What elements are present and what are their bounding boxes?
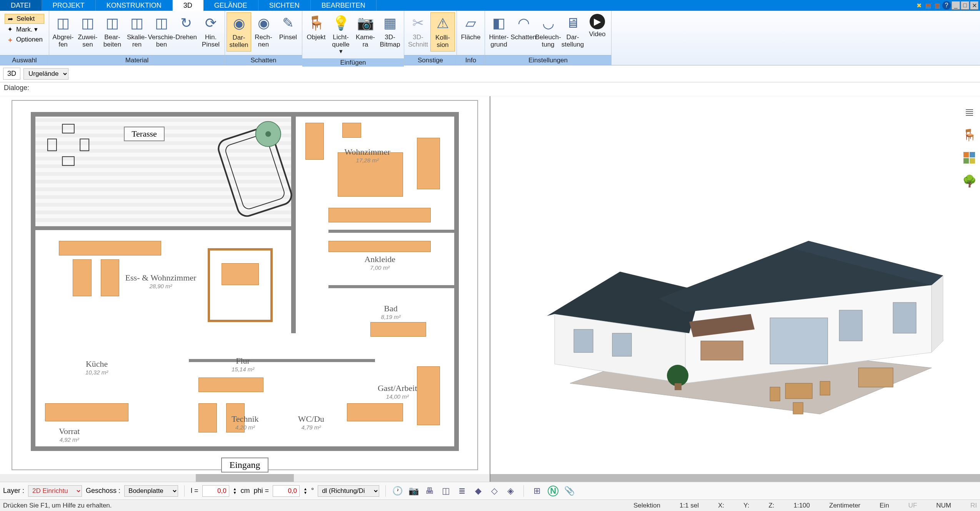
materials-icon[interactable] bbox=[962, 150, 977, 165]
layers-icon[interactable]: ≣ bbox=[962, 104, 977, 119]
group-label-sonstige: Sonstige bbox=[404, 55, 457, 65]
status-ri: RI bbox=[970, 502, 977, 509]
window-close[interactable]: ✕ bbox=[970, 1, 978, 10]
einfuegen-1-button[interactable]: 💡Licht-quelle ▾ bbox=[328, 12, 353, 57]
svg-rect-17 bbox=[770, 318, 828, 364]
scrollbar-3d-horizontal[interactable] bbox=[490, 474, 980, 482]
room-label-wc-du: WC/Du4,79 m² bbox=[298, 414, 324, 431]
einstellungen-1-button[interactable]: ◠Schatten bbox=[511, 12, 536, 51]
svg-rect-23 bbox=[675, 383, 682, 390]
toolbox1-icon[interactable]: ▤ bbox=[924, 1, 932, 10]
status-ratio: 1:1 sel bbox=[680, 502, 699, 509]
menu-tab-gelaende[interactable]: GELÄNDE bbox=[203, 0, 258, 11]
clip-icon[interactable]: 📎 bbox=[564, 486, 575, 496]
menu-tab-file[interactable]: DATEI bbox=[0, 0, 42, 11]
material-4-button[interactable]: ◫Verschie-ben bbox=[149, 12, 174, 51]
info-0-button[interactable]: ▱Fläche bbox=[458, 12, 483, 51]
room-label-wohnzimmer: Wohnzimmer17,28 m² bbox=[345, 147, 390, 164]
settings-icon[interactable]: ✖ bbox=[915, 1, 923, 10]
status-num: NUM bbox=[936, 502, 951, 509]
mark-button[interactable]: ✦Mark. ▾ bbox=[5, 25, 44, 34]
menu-tab-sichten[interactable]: SICHTEN bbox=[258, 0, 311, 11]
menu-tab-3d[interactable]: 3D bbox=[173, 0, 203, 11]
svg-rect-19 bbox=[893, 302, 916, 333]
layer-select[interactable]: 2D Einrichtu bbox=[28, 485, 82, 497]
layer-label: Layer : bbox=[3, 487, 24, 495]
group-label-info: Info bbox=[457, 55, 485, 65]
menu-tab-projekt[interactable]: PROJEKT bbox=[42, 0, 96, 11]
help-icon[interactable]: ? bbox=[942, 1, 951, 10]
svg-rect-28 bbox=[858, 368, 893, 387]
clock-icon[interactable]: 🕐 bbox=[392, 486, 403, 496]
shape2-icon[interactable]: ◇ bbox=[489, 486, 500, 496]
shape3-icon[interactable]: ◈ bbox=[505, 486, 516, 496]
group-label-einstellungen: Einstellungen bbox=[485, 55, 611, 65]
furniture-icon[interactable]: 🪑 bbox=[962, 127, 977, 142]
einstellungen-3-button[interactable]: 🖥Dar-stellung bbox=[560, 12, 585, 51]
status-unit: Zentimeter bbox=[829, 502, 860, 509]
length-input[interactable] bbox=[202, 485, 229, 497]
material-5-button[interactable]: ↻Drehen bbox=[174, 12, 198, 51]
einstellungen-4-button[interactable]: ▶Video bbox=[585, 12, 610, 48]
grid-icon[interactable]: ⊞ bbox=[532, 486, 542, 496]
ribbon-icon: ▦ bbox=[381, 14, 399, 32]
material-3-button[interactable]: ◫Skalie-ren bbox=[125, 12, 149, 51]
material-2-button[interactable]: ◫Bear-beiten bbox=[100, 12, 125, 51]
geschoss-select[interactable]: Bodenplatte bbox=[124, 485, 178, 497]
scrollbar-2d-horizontal[interactable] bbox=[0, 474, 490, 482]
einstellungen-0-button[interactable]: ◧Hinter-grund bbox=[487, 12, 511, 51]
floorplan-canvas[interactable]: Terasse Wohnzimmer17,28 m²Ess- & Wohnzim… bbox=[12, 100, 478, 470]
ribbon-icon: ◡ bbox=[539, 14, 557, 32]
view-mode-label: 3D bbox=[3, 68, 20, 80]
plants-icon[interactable]: 🌳 bbox=[962, 173, 977, 189]
status-y: Y: bbox=[743, 502, 749, 509]
ribbon-label: Hin.Pinsel bbox=[202, 34, 220, 49]
window-minimize[interactable]: _ bbox=[952, 1, 960, 10]
select-button[interactable]: ➦Selekt bbox=[5, 14, 44, 24]
menu-tab-bearbeiten[interactable]: BEARBEITEN bbox=[311, 0, 377, 11]
svg-rect-16 bbox=[612, 333, 632, 356]
view-3d-pane[interactable]: ≣ 🪑 🌳 bbox=[490, 96, 980, 482]
einfuegen-0-button[interactable]: 🪑Objekt bbox=[304, 12, 328, 51]
toolbox2-icon[interactable]: ▥ bbox=[933, 1, 942, 10]
window-maximize[interactable]: □ bbox=[961, 1, 969, 10]
ribbon-label: 3D-Schnitt bbox=[408, 34, 428, 49]
material-6-button[interactable]: ⟳Hin.Pinsel bbox=[198, 12, 223, 51]
sonstige-0-button[interactable]: ✂3D-Schnitt bbox=[406, 12, 430, 51]
schatten-1-button[interactable]: ◉Rech-nen bbox=[251, 12, 276, 51]
einfuegen-2-button[interactable]: 📷Kame-ra bbox=[353, 12, 378, 51]
length-up-down[interactable]: ▲▼ bbox=[233, 487, 237, 495]
direction-select[interactable]: dl (Richtung/Di bbox=[318, 485, 379, 497]
plus-icon: ＋ bbox=[6, 36, 14, 43]
phi-up-down[interactable]: ▲▼ bbox=[303, 487, 307, 495]
schatten-2-button[interactable]: ✎Pinsel bbox=[276, 12, 300, 51]
material-0-button[interactable]: ◫Abgrei-fen bbox=[51, 12, 75, 51]
svg-rect-27 bbox=[793, 402, 803, 414]
svg-rect-5 bbox=[80, 139, 89, 151]
einstellungen-2-button[interactable]: ◡Beleuch-tung bbox=[536, 12, 560, 51]
menu-tab-konstruktion[interactable]: KONSTRUKTION bbox=[96, 0, 173, 11]
layers-tool-icon[interactable]: ≣ bbox=[457, 486, 467, 496]
sonstige-1-button[interactable]: ⚠Kolli-sion bbox=[430, 12, 455, 52]
content-area: Terasse Wohnzimmer17,28 m²Ess- & Wohnzim… bbox=[0, 96, 980, 482]
status-x: X: bbox=[718, 502, 724, 509]
north-icon[interactable]: N bbox=[548, 486, 558, 496]
options-button[interactable]: ＋Optionen bbox=[5, 35, 44, 44]
dialoge-label: Dialoge: bbox=[0, 82, 980, 96]
terrace-label: Terasse bbox=[124, 127, 165, 141]
shape1-icon[interactable]: ◆ bbox=[473, 486, 483, 496]
svg-point-7 bbox=[265, 131, 271, 137]
print-icon[interactable]: 🖶 bbox=[424, 486, 435, 496]
einfuegen-3-button[interactable]: ▦3D-Bitmap bbox=[378, 12, 402, 51]
ribbon-label: Rech-nen bbox=[255, 34, 272, 49]
material-1-button[interactable]: ◫Zuwei-sen bbox=[75, 12, 100, 51]
svg-rect-29 bbox=[963, 152, 969, 157]
ribbon-icon: 🪑 bbox=[307, 14, 325, 32]
schatten-0-button[interactable]: ◉Dar-stellen bbox=[227, 12, 251, 52]
terrain-dropdown[interactable]: Urgelände bbox=[23, 68, 68, 80]
camera-tool-icon[interactable]: 📷 bbox=[408, 486, 419, 496]
cube-icon[interactable]: ◫ bbox=[440, 486, 451, 496]
svg-marker-13 bbox=[932, 276, 943, 352]
floorplan-2d-pane[interactable]: Terasse Wohnzimmer17,28 m²Ess- & Wohnzim… bbox=[0, 96, 490, 482]
phi-input[interactable] bbox=[273, 485, 300, 497]
